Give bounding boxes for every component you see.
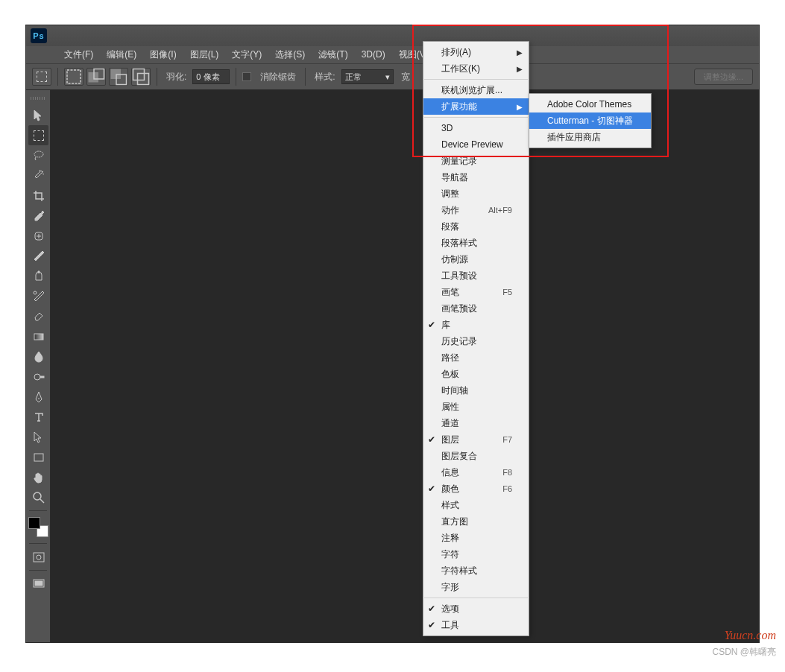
- menu-item[interactable]: 字形: [423, 579, 529, 595]
- antialias-checkbox[interactable]: [242, 72, 251, 81]
- svg-rect-12: [40, 376, 44, 378]
- quickmask-tool[interactable]: [28, 547, 48, 567]
- submenu-item[interactable]: Adobe Color Themes: [529, 96, 651, 112]
- menu-item[interactable]: 色板: [423, 366, 529, 382]
- menu-item[interactable]: 动作Alt+F9: [423, 202, 529, 218]
- svg-point-9: [34, 291, 37, 294]
- tool-preset-icon[interactable]: [32, 68, 51, 86]
- menu-item[interactable]: 图层复合: [423, 448, 529, 464]
- menu-item[interactable]: 字符: [423, 546, 529, 562]
- options-bar: 羽化: 消除锯齿 样式: 正常▾ 宽 调整边缘...: [26, 63, 759, 90]
- menu-item[interactable]: 工作区(K)▶: [423, 60, 529, 77]
- menu-item[interactable]: 通道: [423, 415, 529, 431]
- svg-point-16: [37, 555, 41, 560]
- clone-tool[interactable]: [28, 266, 48, 286]
- screenmode-tool[interactable]: [28, 574, 48, 594]
- type-tool[interactable]: [28, 407, 48, 427]
- menu-item[interactable]: 联机浏览扩展...: [423, 82, 529, 98]
- dodge-tool[interactable]: [28, 367, 48, 387]
- menu-item[interactable]: 属性: [423, 399, 529, 415]
- pen-tool[interactable]: [28, 387, 48, 407]
- healing-tool[interactable]: [28, 226, 48, 246]
- menu-item[interactable]: 调整: [423, 186, 529, 202]
- magic-wand-tool[interactable]: [28, 165, 48, 186]
- crop-tool[interactable]: [28, 186, 48, 206]
- eyedropper-tool[interactable]: [28, 206, 48, 226]
- menu-item[interactable]: 测量记录: [423, 153, 529, 169]
- lasso-tool[interactable]: [28, 145, 48, 165]
- menu-item[interactable]: 信息F8: [423, 464, 529, 481]
- menu-item[interactable]: 排列(A)▶: [423, 44, 529, 60]
- selection-intersect-icon[interactable]: [131, 68, 151, 86]
- brush-tool[interactable]: [28, 246, 48, 266]
- panel-grip[interactable]: [29, 95, 47, 102]
- style-label: 样式:: [315, 71, 335, 83]
- menu-select[interactable]: 选择(S): [268, 46, 312, 63]
- menu-file[interactable]: 文件(F): [57, 46, 100, 63]
- blur-tool[interactable]: [28, 346, 48, 367]
- menubar: 文件(F) 编辑(E) 图像(I) 图层(L) 文字(Y) 选择(S) 滤镜(T…: [26, 46, 759, 63]
- marquee-tool[interactable]: [28, 125, 48, 145]
- canvas-area[interactable]: [51, 90, 759, 642]
- menu-item[interactable]: 样式: [423, 497, 529, 513]
- rectangle-tool[interactable]: [28, 447, 48, 467]
- selection-add-icon[interactable]: [86, 68, 106, 86]
- menu-edit[interactable]: 编辑(E): [100, 46, 143, 63]
- menu-item[interactable]: 仿制源: [423, 251, 529, 267]
- tools-panel: [26, 90, 51, 642]
- menu-type[interactable]: 文字(Y): [225, 46, 268, 63]
- menu-item[interactable]: 历史记录: [423, 333, 529, 349]
- menu-item[interactable]: 段落样式: [423, 235, 529, 251]
- menu-item[interactable]: ✔颜色F6: [423, 481, 529, 497]
- svg-rect-15: [34, 553, 44, 562]
- menu-3d[interactable]: 3D(D): [355, 46, 392, 63]
- menu-item[interactable]: 画笔预设: [423, 300, 529, 317]
- feather-label: 羽化:: [166, 71, 186, 83]
- refine-edge-button[interactable]: 调整边缘...: [694, 69, 753, 85]
- menu-filter[interactable]: 滤镜(T): [312, 46, 354, 63]
- menu-item[interactable]: 时间轴: [423, 382, 529, 399]
- selection-new-icon[interactable]: [64, 68, 83, 86]
- menu-layer[interactable]: 图层(L): [183, 46, 226, 63]
- history-brush-tool[interactable]: [28, 286, 48, 306]
- menu-item[interactable]: 3D: [423, 120, 529, 136]
- menu-item[interactable]: 导航器: [423, 169, 529, 186]
- foreground-color-swatch[interactable]: [28, 517, 40, 529]
- antialias-label: 消除锯齿: [260, 71, 296, 83]
- svg-rect-10: [34, 334, 43, 340]
- style-select[interactable]: 正常▾: [341, 69, 394, 84]
- hand-tool[interactable]: [28, 467, 48, 487]
- svg-point-14: [34, 492, 41, 500]
- menu-item[interactable]: 路径: [423, 349, 529, 366]
- svg-rect-18: [35, 581, 42, 586]
- menu-item[interactable]: 直方图: [423, 513, 529, 530]
- menu-image[interactable]: 图像(I): [143, 46, 183, 63]
- submenu-item[interactable]: 插件应用商店: [529, 129, 651, 145]
- menu-item[interactable]: 段落: [423, 218, 529, 235]
- submenu-item[interactable]: Cutterman - 切图神器: [529, 112, 651, 129]
- move-tool[interactable]: [28, 105, 48, 125]
- svg-point-11: [34, 374, 40, 380]
- watermark-csdn: CSDN @韩曙亮: [712, 646, 776, 659]
- color-swatches[interactable]: [28, 517, 48, 537]
- menu-item[interactable]: Device Preview: [423, 136, 529, 153]
- svg-rect-13: [34, 454, 43, 461]
- path-select-tool[interactable]: [28, 427, 48, 447]
- menu-item[interactable]: 工具预设: [423, 267, 529, 284]
- menu-item[interactable]: 画笔F5: [423, 284, 529, 300]
- eraser-tool[interactable]: [28, 306, 48, 326]
- svg-rect-0: [67, 70, 81, 83]
- menu-item[interactable]: 字符样式: [423, 562, 529, 579]
- menu-item[interactable]: ✔库: [423, 317, 529, 333]
- feather-input[interactable]: [192, 69, 230, 84]
- menu-item[interactable]: ✔选项: [423, 600, 529, 617]
- menu-item[interactable]: ✔工具: [423, 617, 529, 633]
- zoom-tool[interactable]: [28, 487, 48, 507]
- menu-item[interactable]: 扩展功能▶: [423, 98, 529, 115]
- svg-rect-6: [138, 74, 149, 85]
- gradient-tool[interactable]: [28, 326, 48, 346]
- menu-item[interactable]: ✔图层F7: [423, 431, 529, 448]
- selection-subtract-icon[interactable]: [109, 68, 128, 86]
- extensions-submenu: Adobe Color ThemesCutterman - 切图神器插件应用商店: [529, 93, 652, 148]
- menu-item[interactable]: 注释: [423, 530, 529, 546]
